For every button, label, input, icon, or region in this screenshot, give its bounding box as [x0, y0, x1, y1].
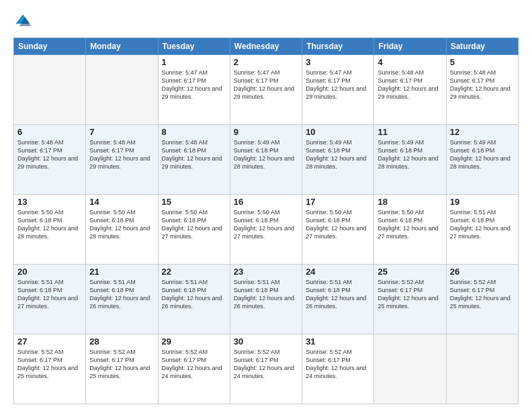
day-info: Sunrise: 5:48 AMSunset: 6:17 PMDaylight:…: [378, 68, 442, 101]
day-info: Sunrise: 5:49 AMSunset: 6:18 PMDaylight:…: [450, 138, 515, 171]
calendar-day-cell: [374, 334, 446, 404]
calendar-day-cell: 12Sunrise: 5:49 AMSunset: 6:18 PMDayligh…: [446, 125, 518, 195]
calendar-day-cell: 20Sunrise: 5:51 AMSunset: 6:18 PMDayligh…: [14, 265, 86, 334]
calendar-day-cell: 26Sunrise: 5:52 AMSunset: 6:17 PMDayligh…: [446, 265, 518, 334]
calendar-day-cell: 8Sunrise: 5:48 AMSunset: 6:18 PMDaylight…: [158, 125, 230, 195]
calendar-week-row: 13Sunrise: 5:50 AMSunset: 6:18 PMDayligh…: [14, 195, 519, 265]
day-info: Sunrise: 5:50 AMSunset: 6:18 PMDaylight:…: [234, 208, 298, 241]
calendar-day-cell: 16Sunrise: 5:50 AMSunset: 6:18 PMDayligh…: [230, 195, 302, 265]
day-number: 21: [89, 267, 154, 277]
weekday-header-cell: Thursday: [302, 38, 374, 55]
calendar-day-cell: 15Sunrise: 5:50 AMSunset: 6:18 PMDayligh…: [158, 195, 230, 265]
calendar-day-cell: 24Sunrise: 5:51 AMSunset: 6:18 PMDayligh…: [302, 265, 374, 334]
day-info: Sunrise: 5:47 AMSunset: 6:17 PMDaylight:…: [234, 68, 298, 101]
day-number: 24: [306, 267, 370, 277]
day-info: Sunrise: 5:47 AMSunset: 6:17 PMDaylight:…: [162, 68, 226, 101]
day-info: Sunrise: 5:50 AMSunset: 6:18 PMDaylight:…: [89, 208, 154, 241]
day-info: Sunrise: 5:51 AMSunset: 6:18 PMDaylight:…: [162, 278, 226, 311]
day-info: Sunrise: 5:51 AMSunset: 6:18 PMDaylight:…: [89, 278, 154, 311]
calendar-day-cell: 13Sunrise: 5:50 AMSunset: 6:18 PMDayligh…: [14, 195, 86, 265]
day-info: Sunrise: 5:52 AMSunset: 6:17 PMDaylight:…: [450, 278, 515, 311]
day-info: Sunrise: 5:49 AMSunset: 6:18 PMDaylight:…: [378, 138, 442, 171]
day-number: 30: [234, 336, 298, 347]
calendar-day-cell: [14, 55, 86, 125]
day-info: Sunrise: 5:52 AMSunset: 6:17 PMDaylight:…: [306, 348, 370, 381]
logo: [13, 12, 35, 31]
day-number: 13: [17, 197, 82, 207]
day-number: 16: [234, 197, 298, 207]
day-info: Sunrise: 5:52 AMSunset: 6:17 PMDaylight:…: [234, 348, 298, 381]
day-info: Sunrise: 5:51 AMSunset: 6:18 PMDaylight:…: [450, 208, 515, 241]
calendar-week-row: 20Sunrise: 5:51 AMSunset: 6:18 PMDayligh…: [14, 265, 519, 334]
calendar-day-cell: 18Sunrise: 5:50 AMSunset: 6:18 PMDayligh…: [374, 195, 446, 265]
calendar-day-cell: 23Sunrise: 5:51 AMSunset: 6:18 PMDayligh…: [230, 265, 302, 334]
calendar-day-cell: 9Sunrise: 5:49 AMSunset: 6:18 PMDaylight…: [230, 125, 302, 195]
day-number: 29: [162, 336, 226, 347]
day-number: 4: [378, 57, 442, 67]
day-number: 6: [17, 127, 82, 137]
day-number: 5: [450, 57, 515, 67]
day-info: Sunrise: 5:50 AMSunset: 6:18 PMDaylight:…: [306, 208, 370, 241]
day-info: Sunrise: 5:48 AMSunset: 6:18 PMDaylight:…: [162, 138, 226, 171]
day-info: Sunrise: 5:48 AMSunset: 6:17 PMDaylight:…: [450, 68, 515, 101]
calendar-day-cell: 3Sunrise: 5:47 AMSunset: 6:17 PMDaylight…: [302, 55, 374, 125]
day-number: 12: [450, 127, 515, 137]
day-number: 31: [306, 336, 370, 347]
calendar-day-cell: 10Sunrise: 5:49 AMSunset: 6:18 PMDayligh…: [302, 125, 374, 195]
day-number: 8: [162, 127, 226, 137]
day-number: 3: [306, 57, 370, 67]
weekday-header-row: SundayMondayTuesdayWednesdayThursdayFrid…: [14, 38, 519, 55]
calendar-day-cell: 4Sunrise: 5:48 AMSunset: 6:17 PMDaylight…: [374, 55, 446, 125]
calendar-day-cell: 30Sunrise: 5:52 AMSunset: 6:17 PMDayligh…: [230, 334, 302, 404]
calendar-day-cell: 25Sunrise: 5:52 AMSunset: 6:17 PMDayligh…: [374, 265, 446, 334]
calendar-day-cell: 21Sunrise: 5:51 AMSunset: 6:18 PMDayligh…: [86, 265, 158, 334]
day-number: 20: [17, 267, 82, 277]
calendar: SundayMondayTuesdayWednesdayThursdayFrid…: [13, 38, 519, 404]
day-number: 11: [378, 127, 442, 137]
day-number: 27: [17, 336, 82, 347]
day-info: Sunrise: 5:52 AMSunset: 6:17 PMDaylight:…: [17, 348, 82, 381]
weekday-header-cell: Tuesday: [158, 38, 230, 55]
calendar-day-cell: 27Sunrise: 5:52 AMSunset: 6:17 PMDayligh…: [14, 334, 86, 404]
calendar-week-row: 27Sunrise: 5:52 AMSunset: 6:17 PMDayligh…: [14, 334, 519, 404]
day-number: 22: [162, 267, 226, 277]
day-number: 14: [89, 197, 154, 207]
day-info: Sunrise: 5:48 AMSunset: 6:17 PMDaylight:…: [89, 138, 154, 171]
day-info: Sunrise: 5:51 AMSunset: 6:18 PMDaylight:…: [306, 278, 370, 311]
day-number: 23: [234, 267, 298, 277]
logo-icon: [13, 12, 32, 31]
calendar-day-cell: 31Sunrise: 5:52 AMSunset: 6:17 PMDayligh…: [302, 334, 374, 404]
calendar-day-cell: 22Sunrise: 5:51 AMSunset: 6:18 PMDayligh…: [158, 265, 230, 334]
calendar-day-cell: 6Sunrise: 5:48 AMSunset: 6:17 PMDaylight…: [14, 125, 86, 195]
calendar-day-cell: 1Sunrise: 5:47 AMSunset: 6:17 PMDaylight…: [158, 55, 230, 125]
header: [13, 12, 519, 31]
day-number: 28: [89, 336, 154, 347]
calendar-day-cell: 14Sunrise: 5:50 AMSunset: 6:18 PMDayligh…: [86, 195, 158, 265]
day-number: 25: [378, 267, 442, 277]
day-number: 2: [234, 57, 298, 67]
day-number: 9: [234, 127, 298, 137]
day-number: 7: [89, 127, 154, 137]
day-info: Sunrise: 5:50 AMSunset: 6:18 PMDaylight:…: [17, 208, 82, 241]
day-info: Sunrise: 5:50 AMSunset: 6:18 PMDaylight:…: [162, 208, 226, 241]
day-number: 10: [306, 127, 370, 137]
weekday-header-cell: Monday: [86, 38, 158, 55]
day-number: 18: [378, 197, 442, 207]
calendar-day-cell: 17Sunrise: 5:50 AMSunset: 6:18 PMDayligh…: [302, 195, 374, 265]
day-info: Sunrise: 5:50 AMSunset: 6:18 PMDaylight:…: [378, 208, 442, 241]
day-number: 19: [450, 197, 515, 207]
calendar-day-cell: 28Sunrise: 5:52 AMSunset: 6:17 PMDayligh…: [86, 334, 158, 404]
calendar-day-cell: 2Sunrise: 5:47 AMSunset: 6:17 PMDaylight…: [230, 55, 302, 125]
day-info: Sunrise: 5:52 AMSunset: 6:17 PMDaylight:…: [89, 348, 154, 381]
calendar-day-cell: 19Sunrise: 5:51 AMSunset: 6:18 PMDayligh…: [446, 195, 518, 265]
calendar-day-cell: 5Sunrise: 5:48 AMSunset: 6:17 PMDaylight…: [446, 55, 518, 125]
calendar-day-cell: [86, 55, 158, 125]
calendar-day-cell: 11Sunrise: 5:49 AMSunset: 6:18 PMDayligh…: [374, 125, 446, 195]
day-info: Sunrise: 5:47 AMSunset: 6:17 PMDaylight:…: [306, 68, 370, 101]
day-info: Sunrise: 5:52 AMSunset: 6:17 PMDaylight:…: [162, 348, 226, 381]
weekday-header-cell: Wednesday: [230, 38, 302, 55]
day-info: Sunrise: 5:51 AMSunset: 6:18 PMDaylight:…: [234, 278, 298, 311]
weekday-header-cell: Saturday: [446, 38, 518, 55]
day-number: 15: [162, 197, 226, 207]
calendar-week-row: 1Sunrise: 5:47 AMSunset: 6:17 PMDaylight…: [14, 55, 519, 125]
